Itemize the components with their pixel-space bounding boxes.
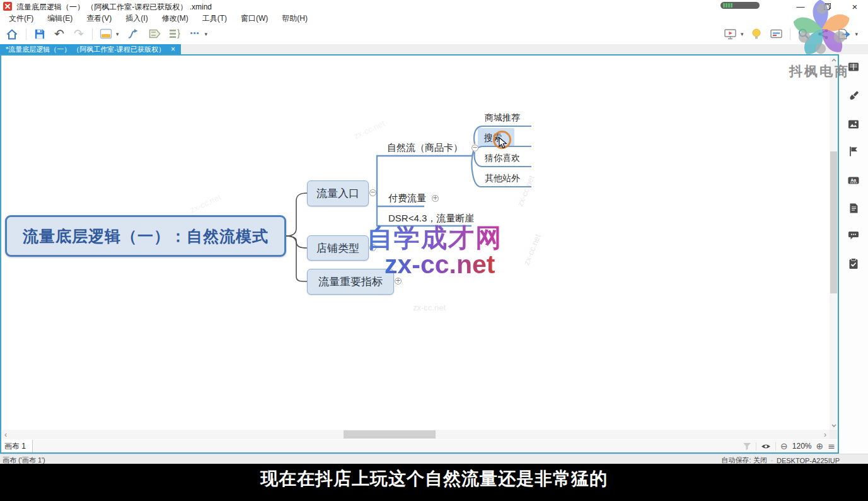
visibility-eye-icon[interactable]: [761, 442, 771, 451]
save-icon: [33, 28, 46, 40]
status-hostname: DESKTOP-A225IUP: [777, 457, 840, 464]
chevron-down-icon[interactable]: ▾: [116, 31, 119, 37]
format-painter-icon[interactable]: [847, 90, 860, 102]
marker-flag-icon[interactable]: [847, 145, 860, 158]
status-dot: ◦: [771, 457, 773, 464]
more-icon: ⋯: [190, 29, 199, 38]
undo-button[interactable]: ↶: [53, 27, 66, 42]
scroll-up-arrow[interactable]: [830, 56, 838, 64]
canvas-sheet-bar: 画布 1 ⊖ 120% ⊕ ≡: [1, 440, 838, 452]
home-icon: [5, 28, 19, 40]
presentation-icon: [724, 28, 737, 40]
menu-item-edit[interactable]: 编辑(E): [43, 13, 76, 25]
chevron-down-icon[interactable]: ▾: [741, 31, 744, 37]
label-icon[interactable]: Aa: [847, 174, 860, 187]
right-sidebar: Aa: [839, 54, 868, 454]
menu-item-tools[interactable]: 工具(T): [199, 13, 231, 25]
relationship-button[interactable]: [126, 27, 140, 42]
scrollbar-corner: [830, 430, 838, 439]
menu-item-window[interactable]: 窗口(W): [237, 13, 272, 25]
leaf-mall-recommend[interactable]: 商城推荐: [485, 112, 520, 124]
status-bar: 画布 ('画布 1') 自动保存: 关闭 ◦ DESKTOP-A225IUP: [0, 454, 868, 464]
xmind-window: 流量底层逻辑（一） （阿枫工作室-课程已获版权） .xmind — × 文件(F…: [0, 0, 868, 501]
toolbar-separator: [92, 28, 93, 40]
expand-toggle-paid-traffic[interactable]: +: [432, 195, 439, 202]
toolbar-separator: [790, 28, 790, 40]
document-tab[interactable]: *流量底层逻辑（一） （阿枫工作室-课程已获版权） ×: [0, 44, 181, 54]
close-button[interactable]: ×: [845, 0, 865, 13]
filter-icon[interactable]: [743, 442, 751, 451]
summary-icon: [168, 28, 182, 40]
share-button[interactable]: [817, 27, 830, 42]
comment-icon[interactable]: [847, 229, 860, 242]
subtopic-dsr-cliff[interactable]: DSR<4.3，流量断崖: [388, 213, 474, 225]
vertical-scrollbar-thumb[interactable]: [830, 151, 837, 293]
home-button[interactable]: [5, 27, 19, 42]
summary-button[interactable]: [168, 27, 182, 42]
root-topic[interactable]: 流量底层逻辑（一）：自然流模式: [5, 215, 286, 257]
menu-item-modify[interactable]: 修改(M): [158, 13, 192, 25]
leaf-other-offsite[interactable]: 其他站外: [485, 173, 520, 184]
note-card-button[interactable]: [770, 27, 783, 42]
format-panel-icon[interactable]: [847, 61, 860, 73]
menu-item-insert[interactable]: 插入(I): [122, 13, 151, 25]
zoom-level: 120%: [792, 442, 812, 451]
note-card-icon: [770, 28, 783, 39]
undo-icon: ↶: [54, 28, 64, 40]
minimize-button[interactable]: —: [790, 0, 811, 13]
tab-close-icon[interactable]: ×: [171, 45, 175, 54]
subtopic-paid-traffic[interactable]: 付费流量: [388, 192, 426, 204]
menu-item-help[interactable]: 帮助(H): [278, 13, 311, 25]
zoom-in-button[interactable]: ⊕: [816, 442, 824, 451]
leaf-guess-you-like[interactable]: 猜你喜欢: [485, 153, 520, 164]
restore-button[interactable]: [817, 0, 837, 13]
horizontal-scrollbar-thumb[interactable]: [344, 430, 436, 439]
notes-icon[interactable]: [847, 202, 860, 215]
search-button[interactable]: [797, 27, 810, 42]
lightbulb-button[interactable]: [750, 27, 763, 42]
redo-button[interactable]: ↷: [72, 27, 85, 42]
separator: [775, 442, 776, 451]
boundary-icon: [147, 28, 161, 40]
scroll-left-arrow[interactable]: ‹: [1, 430, 10, 439]
share-icon: [817, 28, 830, 40]
expand-toggle-shop-type[interactable]: +: [369, 244, 376, 251]
topic-traffic-entrance[interactable]: 流量入口: [307, 180, 369, 206]
subtopic-natural-flow[interactable]: 自然流（商品卡）: [387, 142, 463, 154]
save-button[interactable]: [33, 27, 46, 42]
window-title: 流量底层逻辑（一） （阿枫工作室-课程已获版权） .xmind: [16, 2, 212, 13]
style-button[interactable]: [100, 27, 112, 42]
canvas-tab[interactable]: 画布 1: [1, 440, 33, 452]
image-icon[interactable]: [847, 118, 860, 131]
scroll-right-arrow[interactable]: ›: [821, 430, 830, 439]
scroll-down-arrow[interactable]: [830, 421, 838, 429]
recorder-battery-indicator: [720, 2, 760, 9]
task-icon[interactable]: [847, 257, 860, 270]
window-titlebar: 流量底层逻辑（一） （阿枫工作室-课程已获版权） .xmind — ×: [0, 0, 868, 13]
zoom-out-button[interactable]: ⊖: [780, 442, 788, 451]
more-button[interactable]: ⋯: [188, 27, 201, 42]
redo-icon: ↷: [74, 28, 84, 40]
expand-toggle-natural-flow[interactable]: −: [472, 144, 478, 151]
chevron-down-icon[interactable]: ▾: [855, 31, 858, 37]
expand-toggle-traffic-entrance[interactable]: −: [369, 189, 376, 196]
chevron-down-icon[interactable]: ▾: [205, 31, 208, 37]
topic-traffic-metrics[interactable]: 流量重要指标: [307, 269, 394, 295]
document-tab-label: *流量底层逻辑（一） （阿枫工作室-课程已获版权）: [6, 45, 165, 54]
menu-item-file[interactable]: 文件(F): [5, 13, 37, 25]
separator: [756, 442, 756, 451]
fit-options-button[interactable]: ≡: [828, 442, 835, 451]
menu-item-view[interactable]: 查看(V): [83, 13, 115, 25]
menubar: 文件(F) 编辑(E) 查看(V) 插入(I) 修改(M) 工具(T) 窗口(W…: [0, 13, 868, 24]
lightbulb-icon: [750, 28, 763, 40]
subtitle-bar: 现在在抖店上玩这个自然流量还是非常猛的: [0, 464, 868, 501]
leaf-search[interactable]: 搜索: [484, 133, 502, 144]
svg-text:Aa: Aa: [850, 178, 856, 182]
expand-toggle-traffic-metrics[interactable]: +: [395, 278, 402, 285]
xmind-logo-icon: [3, 2, 12, 11]
topic-shop-type[interactable]: 店铺类型: [307, 235, 369, 261]
presentation-button[interactable]: [724, 27, 737, 42]
boundary-button[interactable]: [147, 27, 161, 42]
export-button[interactable]: [836, 27, 851, 42]
search-icon: [797, 28, 810, 40]
